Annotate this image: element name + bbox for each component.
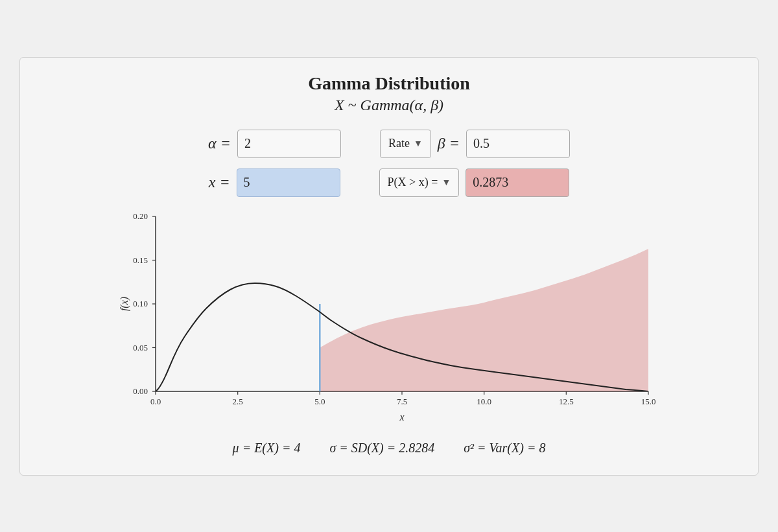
prob-dropdown[interactable]: P(X > x) = ▼ — [379, 168, 460, 197]
svg-text:2.5: 2.5 — [233, 397, 243, 406]
beta-input-group: Rate ▼ β = — [380, 130, 570, 158]
svg-text:0.20: 0.20 — [133, 211, 148, 221]
inputs-row: α = Rate ▼ β = — [46, 130, 732, 158]
stat-mu: μ = E(X) = 4 — [233, 441, 301, 455]
svg-text:7.5: 7.5 — [397, 397, 407, 406]
svg-text:0.10: 0.10 — [133, 299, 148, 308]
x-label: x = — [209, 174, 230, 191]
stat-sigma2: σ² = Var(X) = 8 — [464, 441, 545, 455]
svg-text:f(x): f(x) — [119, 296, 130, 310]
distribution-chart: 0.20 0.15 0.10 0.05 0.00 0.0 2.5 5.0 7.5… — [110, 210, 668, 430]
prob-group: P(X > x) = ▼ — [379, 168, 570, 197]
x-input[interactable] — [237, 168, 340, 197]
alpha-input-group: α = — [208, 130, 341, 158]
beta-label: β = — [438, 135, 460, 152]
title-section: Gamma Distribution X ~ Gamma(α, β) — [46, 73, 732, 114]
page-title: Gamma Distribution — [46, 73, 732, 94]
rate-dropdown-arrow: ▼ — [414, 139, 423, 149]
main-container: Gamma Distribution X ~ Gamma(α, β) α = R… — [19, 57, 759, 476]
svg-text:0.15: 0.15 — [133, 255, 148, 264]
stat-sigma: σ = SD(X) = 2.8284 — [329, 441, 434, 455]
rate-dropdown[interactable]: Rate ▼ — [380, 130, 431, 158]
svg-text:10.0: 10.0 — [477, 397, 491, 406]
x-input-group: x = — [209, 168, 340, 197]
rate-dropdown-label: Rate — [388, 137, 410, 150]
svg-text:15.0: 15.0 — [641, 397, 656, 406]
svg-text:0.00: 0.00 — [133, 386, 148, 396]
alpha-input[interactable] — [237, 130, 341, 158]
prob-dropdown-label: P(X > x) = — [388, 176, 438, 189]
svg-text:0.0: 0.0 — [150, 397, 161, 406]
svg-text:12.5: 12.5 — [559, 397, 574, 406]
beta-input[interactable] — [466, 130, 570, 158]
alpha-label: α = — [208, 135, 231, 152]
prob-dropdown-arrow: ▼ — [442, 178, 451, 188]
stats-row: μ = E(X) = 4 σ = SD(X) = 2.8284 σ² = Var… — [46, 441, 732, 456]
svg-text:0.05: 0.05 — [133, 342, 148, 352]
prob-value — [466, 168, 569, 197]
svg-text:x: x — [399, 411, 404, 422]
second-row: x = P(X > x) = ▼ — [46, 168, 732, 197]
subtitle: X ~ Gamma(α, β) — [46, 97, 732, 114]
chart-area: 0.20 0.15 0.10 0.05 0.00 0.0 2.5 5.0 7.5… — [46, 210, 732, 430]
svg-text:5.0: 5.0 — [314, 397, 325, 406]
